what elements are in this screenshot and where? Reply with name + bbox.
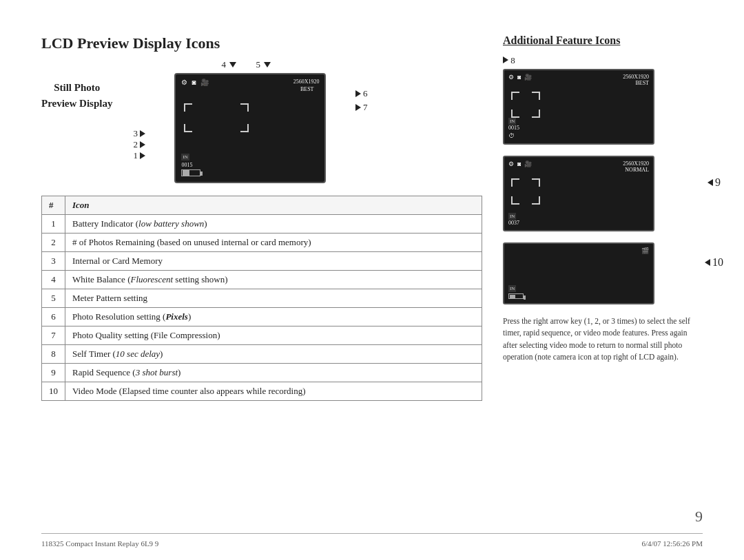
label-5: 5 — [256, 59, 271, 70]
table-header-icon: Icon — [65, 196, 482, 215]
label-2: 2 — [133, 139, 145, 150]
label-3: 3 — [133, 128, 145, 139]
page-number-large: 9 — [695, 508, 703, 526]
feature-screen-2: ⚙ ◙ 🎥 2560X1920 NORMAL — [503, 156, 654, 231]
screen-top-icons: ⚙ ◙ 🎥 — [181, 79, 208, 86]
label-8: 8 — [503, 55, 515, 66]
feature-screen-3: 🎬 IN — [503, 242, 654, 304]
footer-left: 118325 Compact Instant Replay 6L9 9 — [41, 539, 158, 548]
table-header-num: # — [42, 196, 65, 215]
table-row: 7 Photo Quality setting (File Compressio… — [42, 326, 482, 345]
preview-label: Still Photo Preview Display — [41, 80, 112, 111]
left-col: LCD Preview Display Icons Still Photo Pr… — [41, 28, 482, 539]
label-6: 6 — [355, 88, 368, 99]
table-row: 9 Rapid Sequence (3 shot burst) — [42, 364, 482, 382]
table-row: 8 Self Timer (10 sec delay) — [42, 345, 482, 364]
additional-feature-heading: Additional Feature Icons — [503, 34, 703, 47]
table-row: 6 Photo Resolution setting (Pixels) — [42, 308, 482, 326]
feature-screen-1: ⚙ ◙ 🎥 2560X1920 BEST — [503, 69, 654, 145]
table-row: 3 Internal or Card Memory — [42, 252, 482, 271]
label-7: 7 — [355, 102, 368, 113]
label-4: 4 — [221, 59, 236, 70]
footer: 118325 Compact Instant Replay 6L9 9 6/4/… — [41, 533, 703, 548]
footer-right: 6/4/07 12:56:26 PM — [641, 539, 703, 548]
screen-brackets — [176, 103, 324, 132]
icon-table: # Icon 1 Battery Indicator (low battery … — [41, 196, 482, 401]
preview-area: Still Photo Preview Display 4 5 — [41, 59, 482, 183]
table-row: 4 White Balance (Fluorescent setting sho… — [42, 271, 482, 289]
label-10: 10 — [705, 256, 723, 269]
screen-bottom: IN 0015 — [181, 154, 319, 176]
page: LCD Preview Display Icons Still Photo Pr… — [0, 0, 744, 560]
feature-screen-1-wrapper: 8 ⚙ ◙ 🎥 2560X1920 BEST — [503, 55, 703, 145]
description-text: Press the right arrow key (1, 2, or 3 ti… — [503, 315, 703, 363]
feature-screen-2-wrapper: ⚙ ◙ 🎥 2560X1920 NORMAL — [503, 156, 703, 231]
camera-screen: ⚙ ◙ 🎥 2560X1920 BEST — [174, 73, 326, 183]
label-9: 9 — [707, 176, 721, 189]
main-content: LCD Preview Display Icons Still Photo Pr… — [41, 28, 703, 539]
diagram-container: 4 5 ⚙ ◙ 🎥 — [133, 59, 367, 183]
table-row: 2 # of Photos Remaining (based on unused… — [42, 234, 482, 252]
table-row: 1 Battery Indicator (low battery shown) — [42, 215, 482, 234]
label-1: 1 — [133, 150, 145, 161]
feature-screen-3-wrapper: 🎬 IN 10 — [503, 242, 703, 304]
table-row: 5 Meter Pattern setting — [42, 289, 482, 308]
table-row: 10 Video Mode (Elapsed time counter also… — [42, 382, 482, 401]
lcd-heading: LCD Preview Display Icons — [41, 34, 482, 52]
right-col: Additional Feature Icons 8 ⚙ ◙ 🎥 — [503, 28, 703, 539]
